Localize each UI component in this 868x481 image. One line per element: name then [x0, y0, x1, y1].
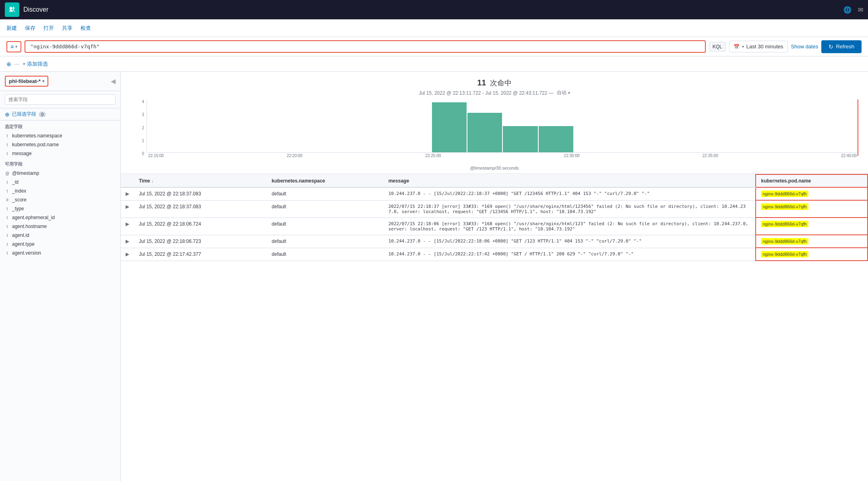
- kql-badge[interactable]: KQL: [709, 42, 726, 52]
- time-cell: Jul 15, 2022 @ 22:17:42.377: [134, 248, 267, 261]
- table-body: ▶ Jul 15, 2022 @ 22:18:37.083 default 10…: [121, 187, 868, 261]
- sidebar: phl-filebeat-* ▾ ◀ ⊕ 已筛选字段 0 选定字段 t kube…: [0, 72, 121, 481]
- bar-chart: [147, 100, 858, 153]
- refresh-button[interactable]: ↻ Refresh: [821, 40, 862, 53]
- table-area[interactable]: Time ↓ kubernetes.namespace message kube…: [121, 174, 868, 481]
- expand-row-button[interactable]: ▶: [126, 204, 129, 209]
- main-content: phl-filebeat-* ▾ ◀ ⊕ 已筛选字段 0 选定字段 t kube…: [0, 72, 868, 481]
- field-search-row: [0, 91, 120, 108]
- namespace-cell: default: [267, 248, 384, 261]
- available-fields-title: 可用字段: [0, 158, 120, 169]
- field-item-agent-hostname[interactable]: t agent.hostname: [0, 222, 120, 231]
- pod-highlight: nginx-9ddd866d-v7qfh: [761, 251, 808, 257]
- bar[interactable]: [503, 126, 537, 153]
- pod-highlight: nginx-9ddd866d-v7qfh: [761, 238, 808, 245]
- time-col-header[interactable]: Time ↓: [134, 174, 267, 187]
- add-filter-button[interactable]: + 添加筛选: [23, 60, 48, 68]
- field-item-index[interactable]: t _index: [0, 187, 120, 195]
- field-item-id[interactable]: t _id: [0, 178, 120, 187]
- filtered-fields-section[interactable]: ⊕ 已筛选字段 0: [0, 108, 120, 120]
- time-col-label: Time: [139, 178, 150, 184]
- save-button[interactable]: 保存: [25, 25, 35, 32]
- field-name: agent.ephemeral_id: [12, 215, 55, 220]
- pod-cell: nginx-9ddd866d-v7qfh: [756, 235, 868, 248]
- index-pattern-selector[interactable]: phl-filebeat-* ▾: [5, 76, 48, 87]
- field-item-timestamp[interactable]: @ @timestamp: [0, 169, 120, 178]
- inspect-button[interactable]: 检查: [81, 25, 91, 32]
- pod-col-header[interactable]: kubernetes.pod.name: [756, 174, 868, 187]
- collapse-sidebar-button[interactable]: ◀: [111, 77, 116, 85]
- index-selector[interactable]: ≡ ▾: [6, 41, 21, 52]
- kql-label: KQL: [713, 44, 722, 50]
- table-row: ▶ Jul 15, 2022 @ 22:18:37.083 default 20…: [121, 200, 868, 218]
- field-type-icon: t: [5, 216, 10, 220]
- bar[interactable]: [432, 102, 467, 152]
- field-item-agent-id[interactable]: t agent.id: [0, 231, 120, 240]
- hit-label: 次命中: [490, 79, 512, 87]
- refresh-label: Refresh: [836, 44, 854, 50]
- field-item-agent-version[interactable]: t agent.version: [0, 249, 120, 257]
- auto-select[interactable]: 自动 ▾: [557, 89, 570, 96]
- field-item-score[interactable]: # _score: [0, 195, 120, 204]
- field-item-kubernetes-namespace[interactable]: t kubernetes.namespace: [0, 131, 120, 140]
- message-cell: 10.244.237.0 - - [15/Jul/2022:22:18:06 +…: [384, 235, 756, 248]
- search-query: "nginx-9ddd866d-v7qfh": [30, 44, 99, 50]
- top-bar-icons: 🌐 ✉: [843, 6, 863, 14]
- chart-footnote: @timestamp/30 seconds: [130, 166, 858, 170]
- calendar-icon: 📅: [734, 44, 740, 50]
- pod-highlight: nginx-9ddd866d-v7qfh: [761, 203, 808, 210]
- chart-header: 11 次命中: [130, 78, 858, 88]
- filtered-count-badge: 0: [39, 112, 46, 117]
- pod-cell: nginx-9ddd866d-v7qfh: [756, 218, 868, 235]
- field-search-input[interactable]: [5, 94, 116, 105]
- chart-container: 4 3 2 1 0: [130, 100, 858, 164]
- globe-icon[interactable]: 🌐: [843, 6, 851, 14]
- time-range-label: Jul 15, 2022 @ 22:13:11.722 - Jul 15, 20…: [130, 89, 858, 96]
- field-item-agent-ephemeral-id[interactable]: t agent.ephemeral_id: [0, 213, 120, 222]
- field-item-kubernetes-pod-name[interactable]: t kubernetes.pod.name: [0, 140, 120, 149]
- app-title: Discover: [23, 6, 839, 13]
- bar[interactable]: [539, 126, 573, 153]
- time-selector[interactable]: 📅 ▾ Last 30 minutes: [729, 41, 788, 52]
- content-area: 11 次命中 Jul 15, 2022 @ 22:13:11.722 - Jul…: [121, 72, 868, 481]
- field-name: _type: [12, 206, 24, 211]
- index-pattern-chevron: ▾: [42, 79, 44, 83]
- expand-row-button[interactable]: ▶: [126, 191, 129, 197]
- field-type-icon: t: [5, 207, 10, 211]
- field-name: agent.id: [12, 232, 29, 238]
- namespace-col-header[interactable]: kubernetes.namespace: [267, 174, 384, 187]
- field-name: _score: [12, 197, 27, 203]
- message-cell: 10.244.237.0 - - [15/Jul/2022:22:18:37 +…: [384, 187, 756, 200]
- index-selector-chevron: ▾: [15, 44, 17, 49]
- namespace-cell: default: [267, 235, 384, 248]
- field-item-message[interactable]: t message: [0, 149, 120, 158]
- filter-separator: —: [14, 61, 19, 67]
- field-type-icon: @: [5, 171, 10, 176]
- expand-row-button[interactable]: ▶: [126, 238, 129, 244]
- field-type-icon: t: [5, 151, 10, 156]
- time-cell: Jul 15, 2022 @ 22:18:37.083: [134, 187, 267, 200]
- sort-icon: ↓: [151, 179, 153, 183]
- table-row: ▶ Jul 15, 2022 @ 22:18:37.083 default 10…: [121, 187, 868, 200]
- open-button[interactable]: 打开: [43, 25, 54, 32]
- field-type-icon: t: [5, 134, 10, 138]
- field-type-icon: t: [5, 251, 10, 255]
- message-col-header[interactable]: message: [384, 174, 756, 187]
- field-type-icon: t: [5, 242, 10, 247]
- filter-icon[interactable]: ⊕: [6, 61, 11, 67]
- current-time-line: [858, 100, 858, 156]
- share-button[interactable]: 共享: [62, 25, 72, 32]
- new-button[interactable]: 新建: [6, 25, 17, 32]
- field-name: message: [12, 151, 32, 156]
- time-label: Last 30 minutes: [746, 44, 783, 50]
- field-item-agent-type[interactable]: t agent.type: [0, 240, 120, 249]
- message-cell: 2022/07/15 22:18:06 [error] 33#33: *168 …: [384, 218, 756, 235]
- expand-row-button[interactable]: ▶: [126, 251, 129, 257]
- show-dates-button[interactable]: Show dates: [791, 44, 818, 50]
- expand-row-button[interactable]: ▶: [126, 221, 129, 227]
- namespace-cell: default: [267, 218, 384, 235]
- bar[interactable]: [467, 113, 502, 152]
- field-item-type[interactable]: t _type: [0, 204, 120, 213]
- mail-icon[interactable]: ✉: [858, 6, 863, 14]
- search-input-box[interactable]: "nginx-9ddd866d-v7qfh": [25, 40, 706, 53]
